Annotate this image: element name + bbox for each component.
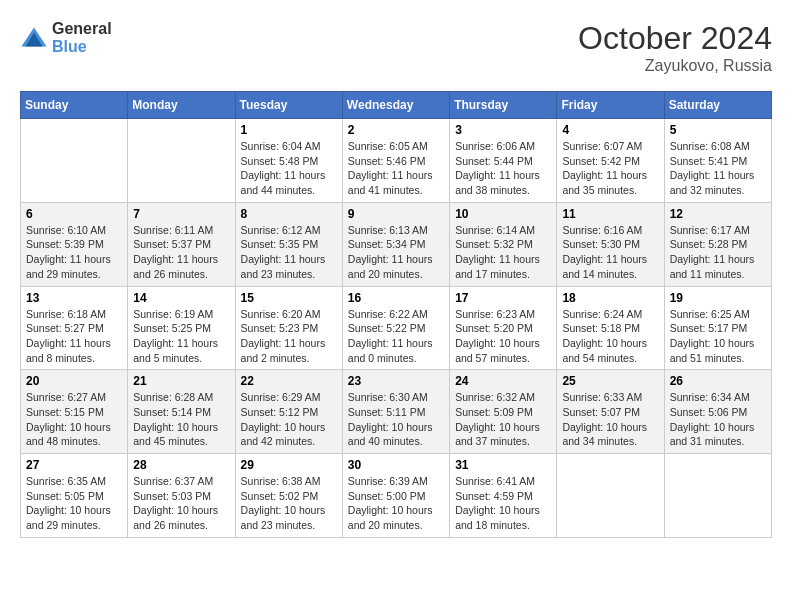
location-title: Zayukovo, Russia: [578, 57, 772, 75]
day-number: 21: [133, 374, 229, 388]
day-number: 10: [455, 207, 551, 221]
calendar-cell: [664, 454, 771, 538]
day-info: Sunrise: 6:23 AM Sunset: 5:20 PM Dayligh…: [455, 307, 551, 366]
day-info: Sunrise: 6:27 AM Sunset: 5:15 PM Dayligh…: [26, 390, 122, 449]
calendar-cell: 8Sunrise: 6:12 AM Sunset: 5:35 PM Daylig…: [235, 202, 342, 286]
day-info: Sunrise: 6:32 AM Sunset: 5:09 PM Dayligh…: [455, 390, 551, 449]
day-info: Sunrise: 6:29 AM Sunset: 5:12 PM Dayligh…: [241, 390, 337, 449]
day-number: 15: [241, 291, 337, 305]
day-info: Sunrise: 6:22 AM Sunset: 5:22 PM Dayligh…: [348, 307, 444, 366]
calendar-cell: 3Sunrise: 6:06 AM Sunset: 5:44 PM Daylig…: [450, 119, 557, 203]
calendar-cell: 12Sunrise: 6:17 AM Sunset: 5:28 PM Dayli…: [664, 202, 771, 286]
day-info: Sunrise: 6:39 AM Sunset: 5:00 PM Dayligh…: [348, 474, 444, 533]
day-number: 31: [455, 458, 551, 472]
month-title: October 2024: [578, 20, 772, 57]
day-number: 26: [670, 374, 766, 388]
calendar-cell: 28Sunrise: 6:37 AM Sunset: 5:03 PM Dayli…: [128, 454, 235, 538]
logo-general: General: [52, 20, 112, 37]
day-number: 24: [455, 374, 551, 388]
calendar-cell: 15Sunrise: 6:20 AM Sunset: 5:23 PM Dayli…: [235, 286, 342, 370]
day-info: Sunrise: 6:18 AM Sunset: 5:27 PM Dayligh…: [26, 307, 122, 366]
day-info: Sunrise: 6:11 AM Sunset: 5:37 PM Dayligh…: [133, 223, 229, 282]
day-info: Sunrise: 6:06 AM Sunset: 5:44 PM Dayligh…: [455, 139, 551, 198]
day-info: Sunrise: 6:28 AM Sunset: 5:14 PM Dayligh…: [133, 390, 229, 449]
calendar-header-row: SundayMondayTuesdayWednesdayThursdayFrid…: [21, 92, 772, 119]
day-number: 4: [562, 123, 658, 137]
logo: General Blue: [20, 20, 112, 56]
logo-icon: [20, 24, 48, 52]
calendar-cell: 22Sunrise: 6:29 AM Sunset: 5:12 PM Dayli…: [235, 370, 342, 454]
day-info: Sunrise: 6:13 AM Sunset: 5:34 PM Dayligh…: [348, 223, 444, 282]
day-number: 27: [26, 458, 122, 472]
logo-text: General Blue: [52, 20, 112, 56]
calendar-cell: 5Sunrise: 6:08 AM Sunset: 5:41 PM Daylig…: [664, 119, 771, 203]
day-info: Sunrise: 6:05 AM Sunset: 5:46 PM Dayligh…: [348, 139, 444, 198]
day-number: 29: [241, 458, 337, 472]
calendar-cell: 11Sunrise: 6:16 AM Sunset: 5:30 PM Dayli…: [557, 202, 664, 286]
day-info: Sunrise: 6:37 AM Sunset: 5:03 PM Dayligh…: [133, 474, 229, 533]
calendar-cell: 4Sunrise: 6:07 AM Sunset: 5:42 PM Daylig…: [557, 119, 664, 203]
calendar-week-row: 13Sunrise: 6:18 AM Sunset: 5:27 PM Dayli…: [21, 286, 772, 370]
day-number: 23: [348, 374, 444, 388]
weekday-header: Thursday: [450, 92, 557, 119]
calendar-cell: 10Sunrise: 6:14 AM Sunset: 5:32 PM Dayli…: [450, 202, 557, 286]
day-info: Sunrise: 6:12 AM Sunset: 5:35 PM Dayligh…: [241, 223, 337, 282]
day-info: Sunrise: 6:34 AM Sunset: 5:06 PM Dayligh…: [670, 390, 766, 449]
day-info: Sunrise: 6:16 AM Sunset: 5:30 PM Dayligh…: [562, 223, 658, 282]
day-info: Sunrise: 6:19 AM Sunset: 5:25 PM Dayligh…: [133, 307, 229, 366]
calendar-cell: 18Sunrise: 6:24 AM Sunset: 5:18 PM Dayli…: [557, 286, 664, 370]
day-info: Sunrise: 6:20 AM Sunset: 5:23 PM Dayligh…: [241, 307, 337, 366]
day-number: 7: [133, 207, 229, 221]
calendar-cell: 21Sunrise: 6:28 AM Sunset: 5:14 PM Dayli…: [128, 370, 235, 454]
day-number: 30: [348, 458, 444, 472]
weekday-header: Saturday: [664, 92, 771, 119]
day-number: 28: [133, 458, 229, 472]
calendar-cell: 24Sunrise: 6:32 AM Sunset: 5:09 PM Dayli…: [450, 370, 557, 454]
title-block: October 2024 Zayukovo, Russia: [578, 20, 772, 75]
calendar-cell: 19Sunrise: 6:25 AM Sunset: 5:17 PM Dayli…: [664, 286, 771, 370]
day-info: Sunrise: 6:35 AM Sunset: 5:05 PM Dayligh…: [26, 474, 122, 533]
calendar-cell: 2Sunrise: 6:05 AM Sunset: 5:46 PM Daylig…: [342, 119, 449, 203]
calendar-cell: 1Sunrise: 6:04 AM Sunset: 5:48 PM Daylig…: [235, 119, 342, 203]
weekday-header: Friday: [557, 92, 664, 119]
calendar-cell: 25Sunrise: 6:33 AM Sunset: 5:07 PM Dayli…: [557, 370, 664, 454]
day-info: Sunrise: 6:30 AM Sunset: 5:11 PM Dayligh…: [348, 390, 444, 449]
day-info: Sunrise: 6:33 AM Sunset: 5:07 PM Dayligh…: [562, 390, 658, 449]
calendar-cell: 23Sunrise: 6:30 AM Sunset: 5:11 PM Dayli…: [342, 370, 449, 454]
weekday-header: Tuesday: [235, 92, 342, 119]
day-number: 14: [133, 291, 229, 305]
day-info: Sunrise: 6:10 AM Sunset: 5:39 PM Dayligh…: [26, 223, 122, 282]
day-info: Sunrise: 6:17 AM Sunset: 5:28 PM Dayligh…: [670, 223, 766, 282]
calendar-cell: 7Sunrise: 6:11 AM Sunset: 5:37 PM Daylig…: [128, 202, 235, 286]
calendar-cell: 31Sunrise: 6:41 AM Sunset: 4:59 PM Dayli…: [450, 454, 557, 538]
day-info: Sunrise: 6:38 AM Sunset: 5:02 PM Dayligh…: [241, 474, 337, 533]
calendar-cell: 14Sunrise: 6:19 AM Sunset: 5:25 PM Dayli…: [128, 286, 235, 370]
day-number: 18: [562, 291, 658, 305]
day-info: Sunrise: 6:25 AM Sunset: 5:17 PM Dayligh…: [670, 307, 766, 366]
calendar-cell: 29Sunrise: 6:38 AM Sunset: 5:02 PM Dayli…: [235, 454, 342, 538]
day-info: Sunrise: 6:14 AM Sunset: 5:32 PM Dayligh…: [455, 223, 551, 282]
calendar-cell: 26Sunrise: 6:34 AM Sunset: 5:06 PM Dayli…: [664, 370, 771, 454]
calendar-cell: 13Sunrise: 6:18 AM Sunset: 5:27 PM Dayli…: [21, 286, 128, 370]
calendar-table: SundayMondayTuesdayWednesdayThursdayFrid…: [20, 91, 772, 538]
day-number: 2: [348, 123, 444, 137]
calendar-cell: 6Sunrise: 6:10 AM Sunset: 5:39 PM Daylig…: [21, 202, 128, 286]
day-number: 25: [562, 374, 658, 388]
weekday-header: Wednesday: [342, 92, 449, 119]
logo-blue: Blue: [52, 38, 87, 55]
day-number: 16: [348, 291, 444, 305]
day-number: 17: [455, 291, 551, 305]
calendar-cell: [128, 119, 235, 203]
day-number: 5: [670, 123, 766, 137]
day-number: 9: [348, 207, 444, 221]
day-info: Sunrise: 6:08 AM Sunset: 5:41 PM Dayligh…: [670, 139, 766, 198]
day-number: 22: [241, 374, 337, 388]
page-header: General Blue October 2024 Zayukovo, Russ…: [20, 20, 772, 75]
day-number: 8: [241, 207, 337, 221]
calendar-cell: 27Sunrise: 6:35 AM Sunset: 5:05 PM Dayli…: [21, 454, 128, 538]
day-info: Sunrise: 6:41 AM Sunset: 4:59 PM Dayligh…: [455, 474, 551, 533]
day-number: 19: [670, 291, 766, 305]
calendar-cell: [21, 119, 128, 203]
calendar-cell: 17Sunrise: 6:23 AM Sunset: 5:20 PM Dayli…: [450, 286, 557, 370]
calendar-week-row: 1Sunrise: 6:04 AM Sunset: 5:48 PM Daylig…: [21, 119, 772, 203]
